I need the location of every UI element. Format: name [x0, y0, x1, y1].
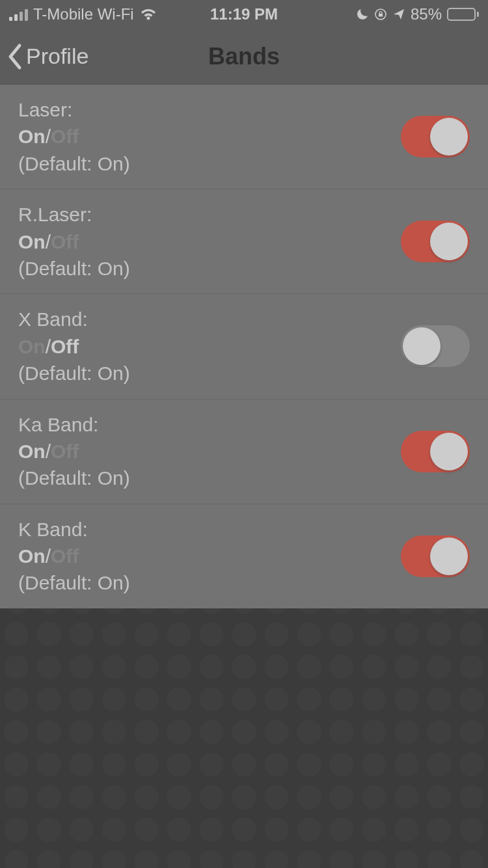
band-text: K BandOn/Off(Default: On) — [18, 516, 401, 597]
carrier-label: T-Mobile Wi-Fi — [33, 5, 134, 23]
toggle-knob — [430, 223, 468, 260]
battery-icon — [447, 8, 479, 21]
band-default: (Default: On) — [18, 465, 401, 491]
band-text: LaserOn/Off(Default: On) — [18, 96, 401, 177]
battery-percent: 85% — [411, 5, 442, 23]
moon-icon — [356, 8, 369, 21]
band-name: Laser — [18, 99, 72, 120]
band-row: X BandOn/Off(Default: On) — [0, 294, 488, 399]
band-default: (Default: On) — [18, 255, 401, 282]
band-text: X BandOn/Off(Default: On) — [18, 306, 401, 387]
status-bar: T-Mobile Wi-Fi 11:19 PM 85% — [0, 0, 488, 29]
nav-bar: Profile Bands — [0, 29, 488, 85]
band-toggle[interactable] — [401, 116, 470, 157]
band-text: R.LaserOn/Off(Default: On) — [18, 201, 401, 282]
clock: 11:19 PM — [210, 5, 278, 23]
band-name: X Band — [18, 308, 88, 330]
band-toggle[interactable] — [401, 221, 470, 262]
band-toggle[interactable] — [401, 536, 470, 577]
toggle-knob — [430, 118, 468, 156]
band-state: On/Off — [18, 543, 401, 569]
cellular-signal-icon — [9, 8, 28, 21]
band-toggle[interactable] — [401, 431, 470, 472]
toggle-knob — [430, 433, 468, 470]
band-name: R.Laser — [18, 204, 92, 225]
bands-list: LaserOn/Off(Default: On)R.LaserOn/Off(De… — [0, 85, 488, 608]
toggle-knob — [403, 327, 441, 365]
band-row: LaserOn/Off(Default: On) — [0, 85, 488, 189]
band-toggle[interactable] — [401, 325, 470, 367]
band-default: (Default: On) — [18, 150, 401, 177]
band-default: (Default: On) — [18, 360, 401, 387]
location-icon — [392, 8, 405, 21]
chevron-left-icon — [7, 43, 23, 70]
band-state: On/Off — [18, 333, 401, 360]
wifi-icon — [139, 7, 157, 21]
back-label: Profile — [26, 44, 88, 69]
band-text: Ka BandOn/Off(Default: On) — [18, 411, 401, 492]
band-row: K BandOn/Off(Default: On) — [0, 504, 488, 608]
band-row: R.LaserOn/Off(Default: On) — [0, 189, 488, 294]
orientation-lock-icon — [374, 8, 387, 21]
back-button[interactable]: Profile — [0, 43, 88, 70]
band-name: K Band — [18, 519, 88, 540]
band-row: Ka BandOn/Off(Default: On) — [0, 400, 488, 504]
band-state: On/Off — [18, 123, 401, 150]
band-default: (Default: On) — [18, 569, 401, 596]
toggle-knob — [430, 537, 468, 575]
band-state: On/Off — [18, 228, 401, 255]
band-state: On/Off — [18, 438, 401, 465]
band-name: Ka Band — [18, 414, 98, 435]
